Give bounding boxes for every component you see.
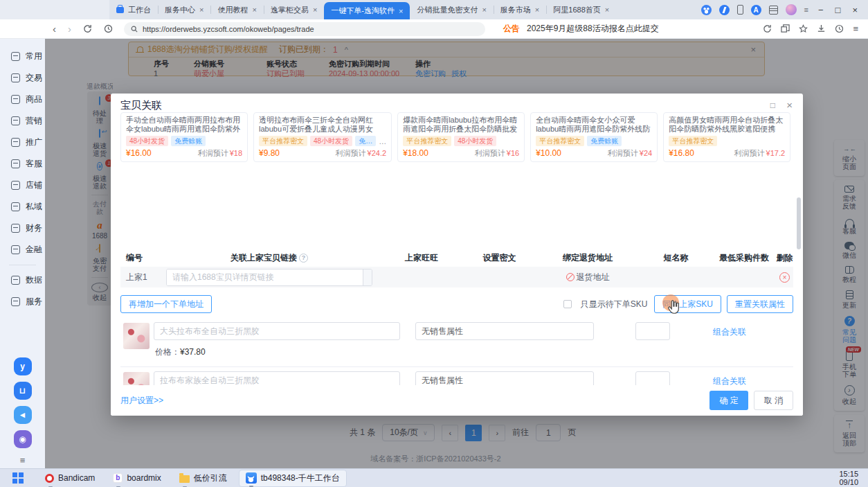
sidebar-item-marketing[interactable]: 营销 — [0, 110, 45, 132]
close-icon[interactable]: × — [482, 6, 486, 14]
link-column-header: 关联上家宝贝链接 — [230, 253, 297, 263]
back-icon[interactable]: ‹ — [53, 24, 56, 34]
supplier-link-input[interactable] — [167, 269, 363, 285]
sidebar-item-common[interactable]: 常用 — [0, 46, 45, 67]
window-maximize-button[interactable]: □ — [833, 5, 843, 15]
tab-tutorial[interactable]: 使用教程 × — [210, 0, 263, 19]
sidebar-item-finance[interactable]: 财务 — [0, 218, 45, 239]
tab-batch-pay[interactable]: 分销批量免密支付 × — [410, 0, 493, 19]
combo-association-link[interactable]: 组合关联 — [713, 326, 746, 338]
return-address-label[interactable]: 退货地址 — [577, 272, 610, 282]
sidebar-item-data[interactable]: 数据 — [0, 269, 45, 291]
sidebar-item-customer-service[interactable]: 客服 — [0, 153, 45, 175]
taskbar-boardmix[interactable]: b boardmix — [107, 470, 167, 487]
sku-name-input[interactable] — [154, 322, 400, 340]
info-icon[interactable]: ? — [299, 254, 308, 263]
modal-footer: 用户设置>> 确 定 取 消 — [111, 385, 803, 416]
taskbar-bandicam[interactable]: Bandicam — [39, 470, 101, 487]
tab-service-center[interactable]: 服务中心 × — [158, 0, 210, 19]
reset-association-button[interactable]: 重置关联属性 — [727, 295, 793, 313]
search-icon — [131, 26, 138, 33]
announcement[interactable]: 公告 2025年9月超级88活动报名点此提交 — [503, 23, 659, 35]
tab-service-market[interactable]: 服务市场 × — [494, 0, 546, 19]
user-settings-link[interactable]: 用户设置>> — [120, 395, 163, 407]
sku-qty-input[interactable] — [635, 322, 670, 340]
modal-maximize-icon[interactable]: □ — [770, 100, 775, 110]
send-plane-app-icon[interactable]: ◄ — [14, 406, 32, 424]
tab-ali1688-home[interactable]: 阿里1688首页 × — [546, 0, 616, 19]
multi-window-icon[interactable] — [781, 24, 790, 33]
private-domain-icon — [11, 202, 20, 211]
clock-icon[interactable] — [835, 24, 844, 33]
sku-price-value: ¥37.80 — [180, 347, 206, 357]
sync-supplier-sku-button[interactable]: 同步上家SKU — [654, 295, 721, 313]
tab-workbench[interactable]: 工作台 — [109, 0, 158, 19]
sidebar-item-promotion[interactable]: 推广 — [0, 132, 45, 153]
close-icon[interactable]: × — [313, 6, 317, 14]
phone-mirror-icon[interactable] — [737, 5, 743, 15]
add-order-address-button[interactable]: 再增加一个下单地址 — [120, 295, 212, 313]
sku-row-1: 价格：¥37.80 组合关联 — [120, 319, 793, 363]
sidebar-item-trade[interactable]: 交易 — [0, 67, 45, 89]
window-close-button[interactable]: × — [850, 5, 860, 15]
link-input-addon[interactable] — [363, 269, 372, 285]
windows-start-icon[interactable] — [12, 472, 24, 484]
lightning-extension-icon[interactable] — [719, 5, 730, 15]
close-icon[interactable]: × — [199, 6, 204, 14]
confirm-button[interactable]: 确 定 — [709, 391, 748, 410]
notes-extension-icon[interactable] — [769, 6, 778, 15]
profile-avatar[interactable] — [786, 4, 797, 15]
close-icon[interactable]: × — [605, 6, 609, 14]
address-bar[interactable]: https://orderwebs.yzcsoft.com/okoweb/pag… — [124, 22, 485, 36]
list-menu-icon[interactable]: ≡ — [853, 24, 858, 34]
sku-attr-input[interactable] — [415, 322, 594, 340]
tab-yzg-trade[interactable]: 逸掌柜交易 × — [264, 0, 324, 19]
browser-menu-icon[interactable]: ≡ — [804, 6, 808, 14]
yitao-app-icon[interactable]: y — [14, 357, 32, 375]
cancel-button[interactable]: 取 消 — [754, 391, 793, 410]
paw-extension-icon[interactable] — [701, 5, 712, 15]
sidebar-hamburger-icon[interactable]: ≡ — [20, 455, 26, 466]
sidebar-item-goods[interactable]: 商品 — [0, 89, 45, 110]
profit-label: 利润预计 — [608, 148, 638, 159]
product-card[interactable]: 透明拉布布雨伞三折伞全自动网红labubu可爱折叠儿童成人动漫男女 平台推荐密文… — [253, 112, 392, 162]
delete-row-icon[interactable]: × — [779, 272, 790, 283]
sidebar-item-private-domain[interactable]: 私域 — [0, 196, 45, 218]
bandicam-icon — [45, 474, 54, 483]
workbench-app-icon[interactable]: ⊔ — [14, 382, 32, 400]
product-card[interactable]: 爆款雨伞晴雨labubu拉布布用伞晴雨遮阳伞两用折叠太阳伞防晒批发 平台推荐密文… — [397, 112, 525, 162]
close-icon[interactable]: × — [399, 7, 403, 15]
only-pending-sku-label[interactable]: 只显示待下单SKU — [581, 299, 648, 310]
modal-scrollbar-thumb[interactable] — [797, 197, 801, 249]
supplier-row: 上家1 退货地址 × — [120, 267, 793, 287]
download-icon[interactable] — [817, 24, 826, 33]
close-icon[interactable]: × — [535, 6, 539, 14]
reload-icon[interactable] — [83, 24, 92, 33]
marketing-icon — [11, 116, 20, 125]
close-icon[interactable]: × — [252, 6, 256, 14]
star-icon[interactable] — [799, 24, 808, 33]
assistant-extension-icon[interactable]: A — [751, 5, 761, 15]
only-pending-sku-checkbox[interactable] — [563, 300, 572, 308]
history-clock-icon[interactable] — [104, 24, 113, 33]
product-card[interactable]: 全自动雨伞晴雨伞女小众可爱labubu晴雨两用遮阳伞防紫外线防晒 平台推荐密文 … — [530, 112, 658, 162]
taskbar-qianniu-active[interactable]: tb498348-千牛工作台 — [239, 470, 347, 487]
sidebar-item-banking[interactable]: 金融 — [0, 239, 45, 260]
sidebar-item-shop[interactable]: 店铺 — [0, 175, 45, 196]
profit-value: ¥17.2 — [766, 149, 786, 157]
tab-one-click-order-active[interactable]: 一键下单-逸淘软件 × — [324, 2, 410, 19]
forward-icon[interactable]: › — [68, 24, 71, 34]
account-app-icon[interactable]: ◉ — [14, 430, 32, 448]
taskbar-folder[interactable]: 低价引流 — [173, 470, 233, 487]
announcement-badge: 公告 — [503, 23, 520, 35]
taskbar-clock[interactable]: 15:15 09/10 — [839, 470, 868, 486]
sync-icon[interactable] — [763, 24, 772, 33]
announcement-text: 2025年9月超级88活动报名点此提交 — [527, 23, 659, 35]
product-card[interactable]: 手动全自动雨伞晴雨两用拉布布用伞女labubu晴雨两用遮阳伞防紫外线防 48小时… — [120, 112, 248, 162]
clock-date: 09/10 — [839, 478, 858, 486]
sku-price-line: 价格：¥37.80 — [155, 346, 206, 358]
modal-close-icon[interactable]: × — [786, 99, 793, 111]
window-minimize-button[interactable]: − — [816, 5, 826, 15]
product-card[interactable]: 高颜值男女晴雨两用伞自动折叠太阳伞防晒防紫外线黑胶遮阳便携 平台推荐密文 ¥16… — [663, 112, 790, 162]
sidebar-item-service[interactable]: 服务 — [0, 291, 45, 312]
